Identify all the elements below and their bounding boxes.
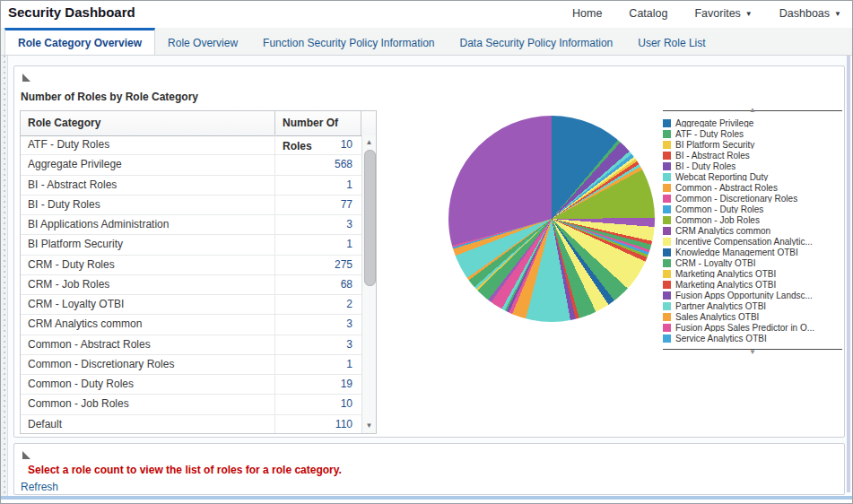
legend-item: BI - Abstract Roles	[663, 149, 842, 160]
legend-label: Aggregate Privilege	[675, 118, 753, 127]
action-panel: Select a role count to view the list of …	[13, 443, 845, 495]
legend-swatch	[663, 216, 671, 224]
nav-catalog[interactable]: Catalog	[629, 7, 667, 20]
legend-swatch	[663, 130, 671, 138]
role-count-link[interactable]: 3	[275, 215, 361, 234]
table-row: BI - Abstract Roles1	[21, 176, 361, 196]
role-count-link[interactable]: 3	[275, 335, 361, 354]
legend-swatch	[663, 184, 671, 192]
legend-item: Service Analytics OTBI	[663, 332, 842, 343]
cell-role-category: BI - Abstract Roles	[21, 176, 275, 195]
legend-scroll-down[interactable]: ▼	[663, 345, 842, 353]
legend-label: Common - Abstract Roles	[675, 183, 778, 192]
legend-swatch	[663, 227, 671, 235]
tab-function-security-policy-information[interactable]: Function Security Policy Information	[250, 28, 447, 55]
legend-item: Marketing Analytics OTBI	[663, 267, 842, 278]
dashboard-tabbar: Role Category OverviewRole OverviewFunct…	[1, 28, 852, 56]
table-row: CRM - Job Roles68	[21, 275, 361, 295]
table-row: Common - Duty Roles19	[21, 375, 361, 395]
role-count-link[interactable]: 1	[275, 235, 361, 254]
legend-swatch	[663, 313, 671, 321]
tab-role-category-overview[interactable]: Role Category Overview	[4, 28, 155, 55]
role-count-link[interactable]: 1	[275, 355, 361, 374]
cell-role-category: Common - Duty Roles	[21, 375, 275, 394]
role-count-link[interactable]: 275	[275, 256, 361, 274]
legend-label: Common - Duty Roles	[675, 204, 763, 213]
legend-swatch	[663, 248, 671, 256]
scrollbar-thumb[interactable]	[364, 150, 376, 286]
legend-label: Common - Job Roles	[675, 215, 760, 224]
nav-dashboas[interactable]: Dashboas▼	[779, 7, 841, 20]
cell-role-category: CRM - Loyalty OTBI	[21, 295, 275, 314]
cell-role-category: Common - Discretionary Roles	[21, 355, 275, 374]
pie-chart[interactable]	[448, 116, 655, 322]
refresh-link[interactable]: Refresh	[21, 481, 58, 493]
col-header-number-of-roles[interactable]: Number Of Roles	[275, 111, 361, 135]
collapse-footer-icon[interactable]	[22, 451, 30, 459]
right-splitter[interactable]	[847, 56, 850, 492]
col-header-role-category[interactable]: Role Category	[21, 111, 275, 135]
role-count-link[interactable]: 77	[275, 196, 361, 214]
nav-label: Dashboas	[779, 7, 830, 20]
nav-label: Favorites	[694, 7, 740, 20]
table-row: ATF - Duty Roles10	[21, 135, 361, 155]
legend-item: Common - Duty Roles	[663, 203, 842, 213]
nav-label: Catalog	[629, 7, 667, 20]
cell-role-category: Aggregate Privilege	[21, 155, 275, 174]
legend-label: Common - Discretionary Roles	[675, 194, 797, 203]
role-count-link[interactable]: 1	[275, 176, 361, 195]
left-splitter[interactable]	[1, 56, 8, 500]
legend-swatch	[663, 259, 671, 267]
cell-role-category: ATF - Duty Roles	[21, 135, 275, 154]
nav-home[interactable]: Home	[572, 7, 602, 20]
table-row: BI - Duty Roles77	[21, 196, 361, 215]
role-count-link[interactable]: 10	[275, 135, 361, 154]
legend-scroll-up[interactable]: ▲	[663, 107, 842, 115]
role-count-link[interactable]: 19	[275, 375, 361, 394]
legend-label: BI - Abstract Roles	[675, 151, 750, 160]
role-count-link[interactable]: 568	[275, 155, 361, 174]
tab-role-overview[interactable]: Role Overview	[155, 28, 250, 55]
legend-item: BI Platform Security	[663, 138, 842, 149]
legend-item: Common - Discretionary Roles	[663, 192, 842, 203]
page-title: Security Dashboard	[8, 4, 135, 20]
table-row: Aggregate Privilege568	[21, 155, 361, 175]
legend-item: Common - Job Roles	[663, 213, 842, 224]
tab-user-role-list[interactable]: User Role List	[625, 28, 718, 55]
tab-data-security-policy-information[interactable]: Data Security Policy Information	[448, 28, 626, 55]
nav-label: Home	[572, 7, 602, 20]
table-row: CRM - Duty Roles275	[21, 256, 361, 275]
role-count-link[interactable]: 3	[275, 315, 361, 334]
legend-label: Partner Analytics OTBI	[675, 301, 766, 310]
scroll-down-arrow-icon[interactable]: ▼	[362, 420, 376, 432]
cell-role-category: CRM - Duty Roles	[21, 256, 275, 274]
table-scrollbar[interactable]: ▲ ▼	[361, 135, 376, 433]
legend-label: BI - Duty Roles	[675, 161, 735, 170]
role-count-link[interactable]: 10	[275, 395, 361, 413]
nav-favorites[interactable]: Favorites▼	[694, 7, 752, 20]
legend-item: Knowledge Management OTBI	[663, 246, 842, 256]
legend-item: Fusion Apps Opportunity Landsc...	[663, 289, 842, 300]
role-count-link[interactable]: 110	[275, 415, 361, 434]
legend-item: Partner Analytics OTBI	[663, 300, 842, 310]
cell-role-category: CRM Analytics common	[21, 315, 275, 334]
global-nav: HomeCatalogFavorites▼Dashboas▼	[572, 7, 841, 20]
role-count-link[interactable]: 68	[275, 275, 361, 294]
legend-item: Sales Analytics OTBI	[663, 310, 842, 321]
legend-swatch	[663, 324, 671, 332]
table-header-row: Role Category Number Of Roles	[21, 111, 376, 136]
scroll-up-arrow-icon[interactable]: ▲	[362, 136, 376, 149]
legend-swatch	[663, 238, 671, 246]
role-count-link[interactable]: 2	[275, 295, 361, 314]
dropdown-caret-icon: ▼	[745, 10, 753, 18]
table-header-spacer	[361, 111, 376, 135]
content-area: Number of Roles by Role Category Role Ca…	[1, 56, 852, 500]
roles-table: Role Category Number Of Roles ATF - Duty…	[20, 110, 377, 434]
legend-label: CRM - Loyalty OTBI	[675, 258, 755, 267]
legend-label: Service Analytics OTBI	[675, 334, 767, 343]
legend-item: Webcat Reporting Duty	[663, 170, 842, 181]
collapse-panel-icon[interactable]	[22, 74, 30, 82]
legend-swatch	[663, 195, 671, 203]
legend-swatch	[663, 291, 671, 300]
legend-item: Marketing Analytics OTBI	[663, 278, 842, 289]
